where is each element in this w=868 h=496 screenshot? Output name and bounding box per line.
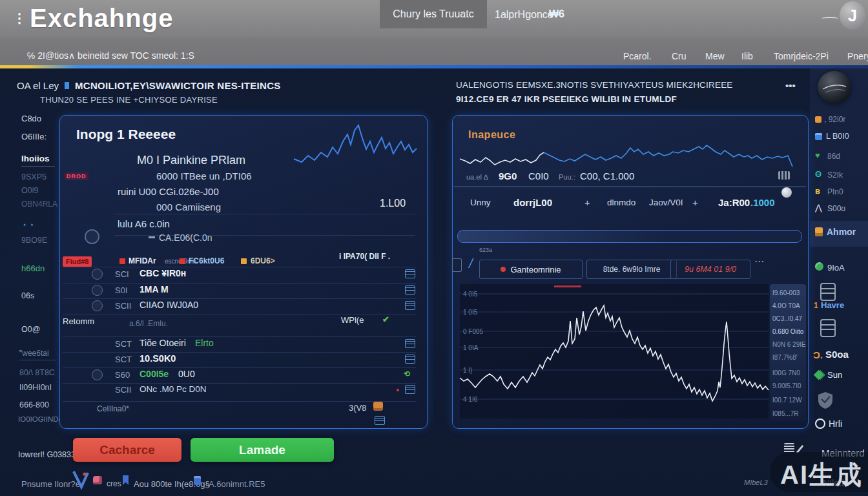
footer-link-cres[interactable]: cres [107, 479, 121, 488]
row6-label[interactable]: 0U0 [178, 369, 195, 379]
rs-item-9ioa[interactable]: 9IoA [827, 263, 845, 273]
panel-footer-icon[interactable] [373, 402, 383, 411]
midrow-check-icon[interactable]: ✔ [382, 315, 389, 324]
row7-label[interactable]: ONc .M0 Pc D0N [140, 384, 207, 394]
row3-toggle[interactable] [92, 300, 103, 311]
row2-doc-icon[interactable] [405, 285, 415, 294]
sidebar-item-c8do[interactable]: C8do [21, 114, 41, 123]
sidebar-item-obn4rla[interactable]: OBN4RLA [21, 200, 57, 209]
sidebar-item-9sxp5[interactable]: 9SXP5 [21, 172, 46, 181]
side-box-icon[interactable] [452, 258, 462, 272]
sidebar-item-o6iie[interactable]: O6IIIe: [21, 132, 46, 141]
row7-alert-dot [397, 389, 399, 391]
row3-label[interactable]: CIIAO IWJ0A0 [140, 300, 198, 310]
row1-toggle[interactable] [92, 269, 103, 280]
form-plus-2[interactable]: + [692, 197, 698, 208]
row7-doc-icon[interactable] [405, 385, 415, 394]
subnav-item-cru[interactable]: Cru [672, 51, 687, 61]
row5-label[interactable]: 10.S0K0 [140, 353, 176, 364]
row2-prefix: S0I [115, 285, 128, 295]
filter-button-1[interactable]: Ganteomrinie [479, 260, 583, 279]
row6-label-green[interactable]: C00I5e [140, 369, 169, 379]
form-f6[interactable]: .1000 [750, 197, 775, 208]
order-line5[interactable]: CA.E06(C.0n [159, 232, 212, 243]
row1-doc-icon[interactable] [405, 269, 415, 278]
header-line-icon [822, 17, 838, 21]
rs-item-92i0r[interactable]: , 92i0r [824, 115, 845, 124]
subnav-item-pnery[interactable]: Pnery [847, 51, 868, 61]
legend-swatch-orange [241, 258, 247, 264]
form-f2[interactable]: dorrjL00 [513, 197, 552, 208]
row3-doc-icon[interactable] [405, 301, 415, 310]
blue-doc-icon [194, 476, 201, 485]
filter-button-3[interactable]: 9u 6M4 01 9/0 [670, 260, 750, 279]
row1-label[interactable]: CBC ¥IR0н [140, 268, 186, 278]
subnav-item-tom[interactable]: Tomrjdeic-2Pi [774, 51, 829, 61]
rs-item-s0oa[interactable]: S0oa [825, 349, 849, 360]
cancel-button[interactable]: Cacharce [73, 438, 181, 462]
order-panel-title: Inopg 1 Reeeee [76, 127, 176, 142]
file-icon-2[interactable] [820, 319, 836, 337]
market-stats-pre: ua.el ∆ [466, 173, 488, 181]
row4-label2[interactable]: Elrto [195, 338, 214, 348]
avatar[interactable]: J [840, 1, 865, 30]
sidebar-item-o0[interactable]: O0@ [21, 325, 40, 334]
sidebar-item-666[interactable]: 666-800 [19, 400, 49, 409]
order-line4[interactable]: lulu A6 c.0in [118, 218, 170, 229]
filter-button-2[interactable]: 8tde. 6w9lo Imre [586, 260, 677, 279]
file-icon-1[interactable] [820, 283, 836, 301]
sidebar-item-o0l9[interactable]: O0l9 [21, 186, 38, 195]
subnav-item-ilib[interactable]: Ilib [741, 51, 753, 61]
left-header-pre: OA el Ley [17, 80, 59, 91]
row2-toggle[interactable] [92, 285, 103, 296]
header-menu-dots[interactable]: ••• [785, 80, 796, 91]
market-globe-icon[interactable] [781, 187, 792, 198]
footer-link-3[interactable]: A.6onimnt.RE5 [209, 479, 265, 489]
rs-item-havre[interactable]: Havre [821, 300, 844, 310]
market-grid-icon[interactable] [778, 171, 790, 180]
order-circle-icon[interactable] [85, 229, 99, 244]
sidebar-item-io0io[interactable]: IO0IOGIIND4 [18, 415, 63, 423]
panel-footer-doc-icon[interactable] [375, 416, 385, 425]
footer-left: Pnsume Ilonr?e [21, 479, 80, 489]
form-f5[interactable]: Ja:R00 [718, 197, 750, 208]
rs-item-ahmor[interactable]: Ahmor [827, 227, 856, 237]
shield-icon[interactable] [818, 391, 833, 409]
rs-item-s00u[interactable]: S00ʊ [827, 204, 845, 213]
rs-item-pin0[interactable]: PIn0 [827, 187, 843, 196]
rs-item-s2ik[interactable]: S2Ik [827, 170, 843, 180]
row-sep [63, 283, 417, 284]
sidebar-item-h66dn[interactable]: h66dn [21, 264, 45, 273]
nav-box[interactable]: Chury les Truuatc [380, 0, 487, 28]
form-f4[interactable]: Jaov/V0I [649, 198, 683, 207]
row4-label[interactable]: Tiõe Otoeiri [140, 338, 186, 348]
row6-toggle[interactable] [92, 369, 103, 380]
sidebar-item-06s[interactable]: 06s [21, 291, 34, 300]
sidebar-item-9bo9e[interactable]: 9BO9E [21, 236, 47, 245]
sidebar-icons[interactable]: ◔ ◔ [21, 220, 34, 230]
row4-doc-icon[interactable] [405, 339, 415, 348]
logo-dots-icon: ⋮ [13, 10, 26, 26]
subnav-item-mew[interactable]: Mew [705, 51, 725, 61]
sidebar-item-wee6tai[interactable]: ‴wee6tai [19, 349, 49, 358]
rs-item-86d[interactable]: 86d [827, 152, 840, 161]
row2-label[interactable]: 1MA M [140, 284, 169, 294]
market-stat1: 9G0 [499, 170, 517, 181]
nav-link[interactable]: 1alprHgonce [495, 9, 553, 21]
confirm-button[interactable]: Lamade [191, 438, 334, 462]
rs-item-hrli[interactable]: Hrli [829, 418, 842, 429]
form-plus-1[interactable]: + [584, 197, 590, 208]
row5-doc-icon[interactable] [405, 355, 415, 364]
more-dots[interactable]: ⋯ [754, 256, 765, 267]
sidebar-item-8t8c[interactable]: 80/\ 8T8C [19, 368, 55, 377]
sidebar-item-il09[interactable]: Il09HI0nI [19, 383, 52, 392]
price-scale-9: I085...7R [772, 410, 799, 417]
order-line2: ruini U00 CGi.026e-J00 [118, 186, 219, 197]
row6-right-icon[interactable]: ⟲ [404, 369, 410, 378]
subnav-item-pcarol[interactable]: Pcarol. [623, 51, 652, 61]
nav-badge[interactable]: ₩6 [549, 8, 564, 20]
rs-item-sun[interactable]: Sun [827, 370, 842, 380]
rs-item-b0i0[interactable]: L B0I0 [826, 132, 849, 141]
sidebar-item-ihoiios[interactable]: Ihoiios [21, 154, 50, 163]
range-slider[interactable] [457, 230, 802, 243]
